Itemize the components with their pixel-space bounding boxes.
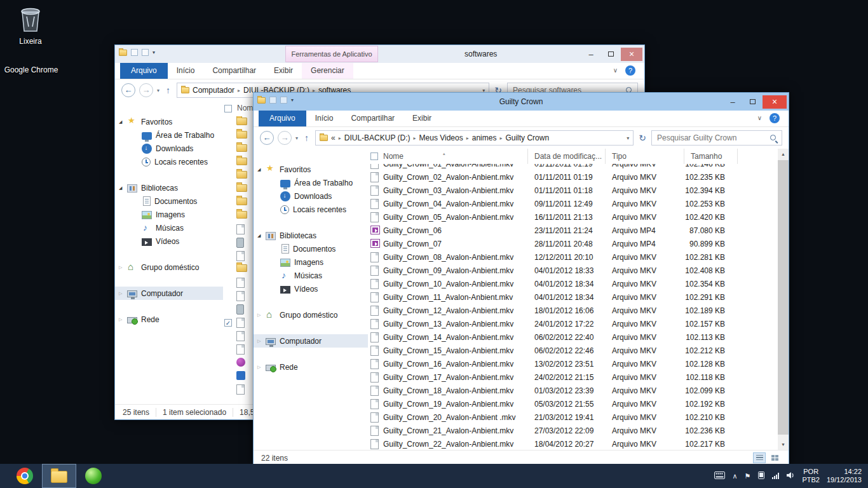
history-dropdown-icon[interactable]: ▾ [295,135,298,141]
sidebar-item-downloads[interactable]: Downloads [254,189,368,203]
file-row[interactable]: Guilty_Crown_0623/11/2011 21:24Arquivo M… [368,224,779,238]
qat-properties-button[interactable] [269,97,276,104]
sidebar-item-locais-recentes[interactable]: Locais recentes [115,155,223,168]
ribbon-collapse-icon[interactable]: ∨ [757,114,762,121]
file-row[interactable]: Guilty_Crown_04_Avalon-Anbient.mkv09/11/… [368,198,779,211]
sidebar-item-favoritos[interactable]: ◢Favoritos [254,163,368,176]
ribbon-tab-arquivo[interactable]: Arquivo [120,63,168,79]
minimize-button[interactable]: – [723,95,742,109]
up-button[interactable]: ↑ [163,85,173,95]
file-row[interactable]: Guilty_Crown_10_Avalon-Anbient.mkv04/01/… [368,278,779,291]
sidebar-item-grupo-domestico[interactable]: ▷Grupo doméstico [254,308,368,322]
language-indicator[interactable]: POR PTB2 [802,468,820,484]
ribbon-collapse-icon[interactable]: ∨ [613,67,618,74]
search-icon[interactable] [770,134,778,142]
forward-button[interactable]: → [139,83,153,97]
file-row[interactable]: Guilty_Crown_12_Avalon-Anbient.mkv18/01/… [368,304,779,318]
sidebar-item-area-de-trabalho[interactable]: Área de Trabalho [254,176,368,189]
file-row[interactable]: Guilty_Crown_15_Avalon-Anbient.mkv06/02/… [368,344,779,358]
sidebar-item-rede[interactable]: ▷Rede [115,313,223,326]
sidebar-item-area-de-trabalho[interactable]: Área de Trabalho [115,128,223,142]
sidebar-item-videos[interactable]: Vídeos [115,234,223,248]
tree-collapsed-icon[interactable]: ▷ [119,317,127,322]
sidebar-item-locais-recentes[interactable]: Locais recentes [254,203,368,216]
file-row[interactable]: Guilty_Crown_13_Avalon-Anbient.mkv24/01/… [368,318,779,331]
qat-new-folder-button[interactable] [280,97,287,104]
tree-expanded-icon[interactable]: ◢ [119,186,127,191]
tree-collapsed-icon[interactable]: ▷ [257,339,266,344]
breadcrumb-item[interactable]: animes [472,133,497,142]
history-dropdown-icon[interactable]: ▾ [157,88,159,93]
tree-collapsed-icon[interactable]: ▷ [119,265,127,270]
scroll-down-icon[interactable]: ▼ [778,439,789,450]
close-button[interactable]: × [621,48,642,61]
file-row[interactable]: Guilty_Crown_21_Avalon-Anbient.mkv27/03/… [368,424,779,438]
sidebar-item-favoritos[interactable]: ◢Favoritos [115,115,223,128]
help-button[interactable]: ? [770,113,780,123]
volume-icon[interactable] [786,471,795,481]
file-row[interactable]: Guilty_Crown_08_Avalon-Anbient.mkv12/12/… [368,251,779,264]
breadcrumb-item[interactable]: DIUL-BACKUP (D:) [344,133,410,142]
column-header-name[interactable]: ▴ Nome [368,149,528,164]
qat-new-folder-button[interactable] [142,49,149,56]
qat-dropdown-icon[interactable]: ▾ [153,50,155,55]
sidebar-item-musicas[interactable]: Músicas [115,221,223,234]
back-button[interactable]: ← [121,83,135,97]
column-header-size[interactable]: Tamanho [684,149,738,164]
sidebar-item-rede[interactable]: ▷Rede [254,360,368,374]
sidebar-item-bibliotecas[interactable]: ◢Bibliotecas [254,229,368,242]
details-view-button[interactable] [753,452,766,463]
ribbon-tab-gerenciar[interactable]: Gerenciar [302,63,353,79]
ribbon-tab-inicio[interactable]: Início [168,63,204,79]
ribbon-tab-inicio[interactable]: Início [306,111,342,126]
ribbon-tab-arquivo[interactable]: Arquivo [259,111,306,126]
taskbar-explorer-button[interactable] [42,464,76,488]
breadcrumb-bar[interactable]: «▸DIUL-BACKUP (D:)▸Meus Videos▸animes▸Gu… [315,130,634,146]
device-icon[interactable] [757,471,765,481]
ribbon-tab-exibir[interactable]: Exibir [403,111,440,126]
select-all-checkbox[interactable] [224,105,232,112]
taskbar-chrome-button[interactable] [8,464,42,488]
sidebar-item-computador[interactable]: ▷Computador [115,287,223,300]
file-row[interactable]: Guilty_Crown_22_Avalon-Anbient.mkv18/04/… [368,438,779,450]
file-row[interactable]: Guilty_Crown_14_Avalon-Anbient.mkv06/02/… [368,331,779,344]
file-row[interactable]: Guilty_Crown_17_Avalon-Anbient.mkv24/02/… [368,371,779,384]
file-row[interactable]: Guilty_Crown_16_Avalon-Anbient.mkv13/02/… [368,358,779,371]
vertical-scrollbar[interactable]: ▲ ▼ [778,149,789,450]
file-row[interactable]: Guilty_Crown_19_Avalon-Anbient.mkv05/03/… [368,398,779,411]
thumbnails-view-button[interactable] [768,452,781,463]
show-hidden-icons-chevron[interactable]: ∧ [732,473,737,480]
refresh-icon[interactable]: ↻ [637,133,648,143]
select-all-checkbox[interactable] [370,152,378,160]
ribbon-tab-exibir[interactable]: Exibir [265,63,302,79]
taskbar-green-app-button[interactable] [76,464,111,488]
ribbon-tab-compartilhar[interactable]: Compartilhar [342,111,403,126]
clock[interactable]: 14:22 19/12/2013 [827,468,862,484]
file-row[interactable]: Guilty_Crown_18_Avalon-Anbient.mkv01/03/… [368,384,779,398]
breadcrumb-overflow-icon[interactable]: « [331,133,336,142]
file-row[interactable]: Guilty_Crown_02_Avalon-Anbient.mkv01/11/… [368,171,779,184]
breadcrumb-item[interactable]: Guilty Crown [505,133,549,142]
scrollbar-thumb[interactable] [778,160,789,435]
sidebar-item-documentos[interactable]: Documentos [254,242,368,255]
file-row[interactable]: Guilty_Crown_0728/11/2011 20:48Arquivo M… [368,238,779,251]
recycle-bin-desktop-icon[interactable]: Lixeira [5,4,56,46]
file-row[interactable]: Guilty_Crown_01_Avalon-Anbient.mkv01/11/… [368,164,779,171]
file-row[interactable]: Guilty_Crown_09_Avalon-Anbient.mkv04/01/… [368,264,779,278]
tree-collapsed-icon[interactable]: ▷ [257,313,266,318]
sidebar-item-imagens[interactable]: Imagens [254,255,368,269]
search-box[interactable] [651,130,782,146]
file-row[interactable]: Guilty_Crown_20_Avalon-Anbient .mkv21/03… [368,411,779,424]
titlebar[interactable]: ▾ Ferramentas de Aplicativo softwares – … [115,45,644,63]
help-button[interactable]: ? [625,65,635,76]
tree-collapsed-icon[interactable]: ▷ [119,291,127,296]
sidebar-item-documentos[interactable]: Documentos [115,194,223,208]
sidebar-item-bibliotecas[interactable]: ◢Bibliotecas [115,181,223,194]
row-checkbox-checked[interactable]: ✓ [224,319,232,327]
sidebar-item-videos[interactable]: Vídeos [254,282,368,295]
network-signal-icon[interactable] [772,473,779,479]
close-button[interactable]: × [763,95,787,109]
tree-expanded-icon[interactable]: ◢ [119,119,127,125]
sidebar-item-imagens[interactable]: Imagens [115,208,223,221]
file-row[interactable]: Guilty_Crown_03_Avalon-Anbient.mkv01/11/… [368,184,779,198]
